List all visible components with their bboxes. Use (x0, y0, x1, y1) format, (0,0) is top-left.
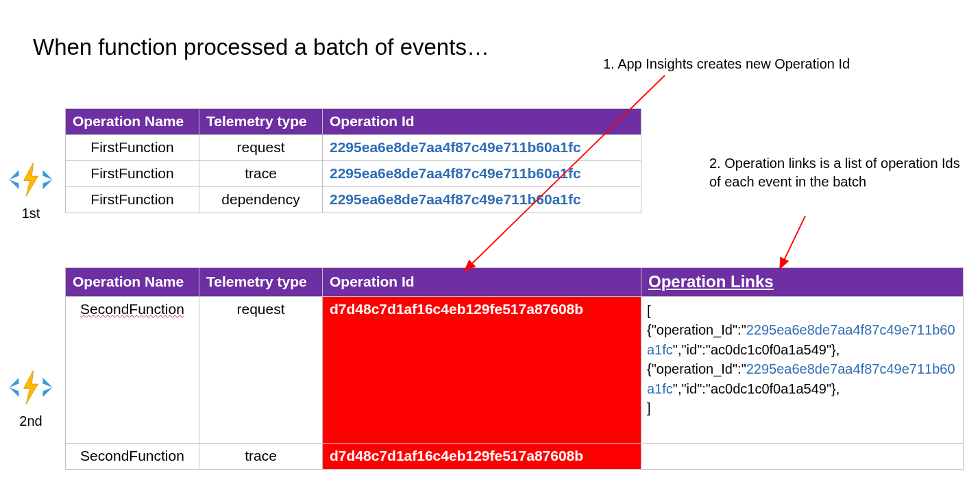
table-row: FirstFunction trace 2295ea6e8de7aa4f87c4… (66, 161, 641, 187)
azure-function-icon-2nd: 2nd (7, 367, 55, 429)
cell-operation-name: FirstFunction (66, 135, 199, 161)
azure-function-icon-1st: 1st (7, 159, 55, 221)
icon-label-2nd: 2nd (7, 413, 55, 429)
links-frag: {"operation_Id":" (647, 361, 746, 376)
links-frag: ","id":"ac0dc1c0f0a1a549"}, (673, 342, 840, 357)
cell-operation-id-highlight: d7d48c7d1af16c4eb129fe517a87608b (323, 444, 641, 470)
header-operation-name: Operation Name (66, 268, 199, 297)
cell-telemetry-type: dependency (199, 187, 323, 213)
table-row: FirstFunction request 2295ea6e8de7aa4f87… (66, 135, 641, 161)
cell-operation-name: SecondFunction (66, 297, 199, 444)
links-open: [ (647, 303, 651, 318)
annotation-operation-links: 2. Operation links is a list of operatio… (709, 154, 970, 191)
cell-operation-name: FirstFunction (66, 187, 199, 213)
icon-label-1st: 1st (7, 206, 55, 221)
cell-operation-id: 2295ea6e8de7aa4f87c49e711b60a1fc (323, 135, 641, 161)
links-close: ] (647, 400, 651, 415)
cell-operation-links: [ {"operation_Id":"2295ea6e8de7aa4f87c49… (641, 297, 964, 444)
arrow-to-operation-links (780, 216, 805, 269)
telemetry-table-first-function: Operation Name Telemetry type Operation … (65, 108, 641, 213)
header-operation-id: Operation Id (323, 109, 641, 135)
cell-telemetry-type: request (199, 135, 323, 161)
cell-telemetry-type: trace (199, 161, 323, 187)
slide-title: When function processed a batch of event… (33, 34, 489, 60)
cell-operation-id: 2295ea6e8de7aa4f87c49e711b60a1fc (323, 161, 641, 187)
links-frag: {"operation_Id":" (647, 322, 746, 337)
header-operation-name: Operation Name (66, 109, 199, 135)
lightning-icon (7, 367, 55, 408)
cell-operation-name: SecondFunction (66, 444, 199, 470)
annotation-new-operation-id: 1. App Insights creates new Operation Id (603, 55, 850, 73)
header-operation-id: Operation Id (323, 268, 641, 297)
telemetry-table-second-function: Operation Name Telemetry type Operation … (65, 267, 964, 470)
cell-operation-id: 2295ea6e8de7aa4f87c49e711b60a1fc (323, 187, 641, 213)
table-row: FirstFunction dependency 2295ea6e8de7aa4… (66, 187, 641, 213)
header-operation-links: Operation Links (641, 268, 964, 297)
cell-telemetry-type: request (199, 297, 323, 444)
links-frag: ","id":"ac0dc1c0f0a1a549"}, (673, 381, 840, 396)
cell-operation-links-empty (641, 444, 964, 470)
cell-operation-id-highlight: d7d48c7d1af16c4eb129fe517a87608b (323, 297, 641, 444)
cell-text: SecondFunction (80, 301, 184, 317)
table-row: SecondFunction trace d7d48c7d1af16c4eb12… (66, 444, 964, 470)
header-telemetry-type: Telemetry type (199, 109, 323, 135)
table-header-row: Operation Name Telemetry type Operation … (66, 268, 964, 297)
cell-operation-name: FirstFunction (66, 161, 199, 187)
lightning-icon (7, 159, 55, 200)
cell-telemetry-type: trace (199, 444, 323, 470)
table-row: SecondFunction request d7d48c7d1af16c4eb… (66, 297, 964, 444)
table-header-row: Operation Name Telemetry type Operation … (66, 109, 641, 135)
header-telemetry-type: Telemetry type (199, 268, 323, 297)
